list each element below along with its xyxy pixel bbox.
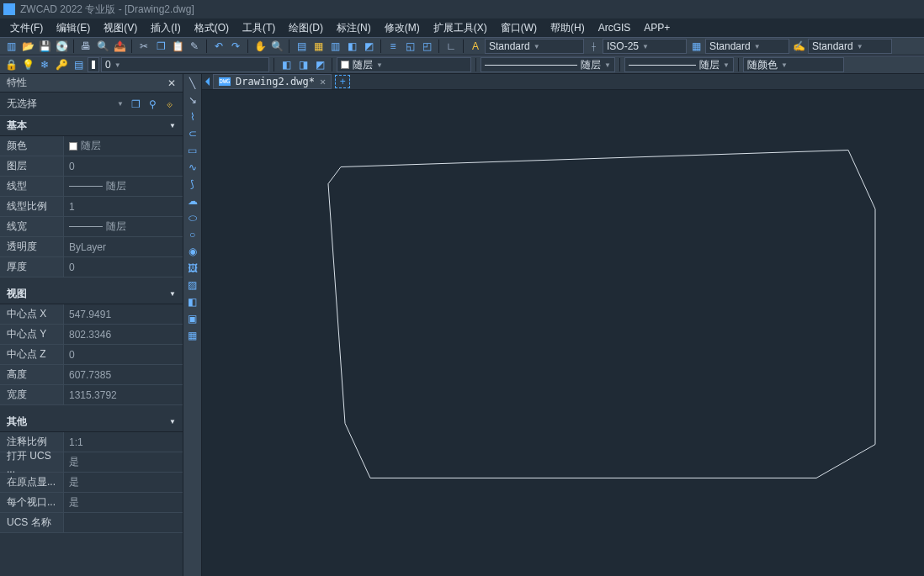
menu-item[interactable]: 修改(M) — [378, 19, 427, 37]
new-tab-button[interactable]: + — [335, 75, 350, 88]
mleader-style-combo[interactable]: Standard▼ — [808, 39, 892, 54]
polyline-icon[interactable]: ⌇ — [185, 109, 200, 124]
layer-state-icon[interactable]: ▤ — [71, 57, 86, 72]
lineweight-combo[interactable]: 随层▼ — [624, 57, 734, 72]
table-style-icon[interactable]: ▦ — [688, 39, 704, 54]
table-icon[interactable]: ▥ — [327, 39, 343, 54]
redo-icon[interactable]: ↷ — [228, 39, 243, 54]
property-row[interactable]: 图层0 — [0, 156, 183, 177]
text-style-icon[interactable]: A — [468, 39, 483, 54]
menu-item[interactable]: 插入(I) — [144, 19, 187, 37]
layer-iso-icon[interactable]: ◰ — [419, 39, 434, 54]
layer-prev-icon[interactable]: ◱ — [402, 39, 417, 54]
plotstyle-combo[interactable]: 随颜色▼ — [743, 57, 844, 72]
property-row[interactable]: 透明度ByLayer — [0, 237, 183, 257]
text-style-combo[interactable]: Standard▼ — [485, 39, 584, 54]
property-row[interactable]: 中心点 Z0 — [0, 345, 183, 365]
property-row[interactable]: 打开 UCS ...是 — [0, 452, 183, 473]
drawtool-icon[interactable]: ▤ — [294, 39, 309, 54]
property-value[interactable] — [64, 513, 183, 532]
copy-icon[interactable]: ❐ — [153, 39, 168, 54]
close-icon[interactable]: ✕ — [167, 77, 176, 89]
tool4-icon[interactable]: ◧ — [344, 39, 359, 54]
layer-match-icon[interactable]: ◧ — [279, 57, 294, 72]
key-icon[interactable]: 🔑 — [54, 57, 69, 72]
layer-mgr-icon[interactable]: ≡ — [385, 39, 401, 54]
table-draw-icon[interactable]: ▦ — [185, 328, 200, 343]
menu-item[interactable]: 文件(F) — [3, 19, 50, 37]
drawing-canvas[interactable] — [202, 90, 924, 576]
tool5-icon[interactable]: ◩ — [361, 39, 376, 54]
print-icon[interactable]: 🖶 — [78, 39, 93, 54]
line-icon[interactable]: ╲ — [185, 76, 200, 91]
menu-item[interactable]: ArcGIS — [592, 20, 638, 35]
zoom-icon[interactable]: 🔍 — [269, 39, 284, 54]
menu-item[interactable]: 帮助(H) — [544, 19, 592, 37]
property-value[interactable]: 随层 — [64, 136, 183, 156]
property-value[interactable]: ByLayer — [64, 237, 183, 256]
property-row[interactable]: 中心点 X547.9491 — [0, 304, 183, 325]
menu-item[interactable]: 视图(V) — [97, 19, 144, 37]
preview-icon[interactable]: 🔍 — [95, 39, 110, 54]
linetype-combo[interactable]: 随层▼ — [481, 57, 615, 72]
property-row[interactable]: 中心点 Y802.3346 — [0, 325, 183, 345]
open-icon[interactable]: 📂 — [20, 39, 35, 54]
block-icon[interactable]: ▦ — [311, 39, 326, 54]
select-objects-icon[interactable]: ❐ — [129, 98, 142, 111]
section-other-header[interactable]: 其他 ▼ — [0, 412, 183, 432]
property-value[interactable]: 是 — [64, 493, 183, 512]
selection-combo[interactable]: 无选择 ▼ — [7, 97, 124, 111]
property-value[interactable]: 0 — [64, 345, 183, 364]
gradient-icon[interactable]: ◧ — [185, 294, 200, 309]
property-value[interactable]: 1315.3792 — [64, 385, 183, 404]
document-tab[interactable]: DWG Drawing2.dwg* ✕ — [213, 74, 332, 89]
circle-icon[interactable]: ○ — [185, 227, 200, 242]
property-value[interactable]: 随层 — [64, 177, 183, 196]
new-icon[interactable]: ▥ — [3, 39, 19, 54]
property-value[interactable]: 是 — [64, 452, 183, 472]
color-combo[interactable]: 随层▼ — [337, 57, 471, 72]
donut-icon[interactable]: ◉ — [185, 244, 200, 259]
property-row[interactable]: 线型随层 — [0, 177, 183, 197]
property-row[interactable]: 线宽随层 — [0, 217, 183, 237]
dim-style-icon[interactable]: ⟊ — [586, 39, 601, 54]
pan-icon[interactable]: ✋ — [252, 39, 268, 54]
property-row[interactable]: 厚度0 — [0, 257, 183, 277]
mleader-style-icon[interactable]: ✍ — [791, 39, 806, 54]
property-value[interactable]: 607.7385 — [64, 365, 183, 384]
ray-icon[interactable]: ↘ — [185, 92, 200, 108]
property-value[interactable]: 802.3346 — [64, 325, 183, 344]
property-value[interactable]: 0 — [64, 257, 183, 277]
menu-item[interactable]: 编辑(E) — [50, 19, 97, 37]
rectangle-icon[interactable]: ▭ — [185, 143, 200, 158]
property-row[interactable]: UCS 名称 — [0, 513, 183, 533]
lock-icon[interactable]: 🔒 — [3, 57, 19, 72]
quick-select-icon[interactable]: ⚲ — [146, 98, 159, 111]
menu-item[interactable]: 窗口(W) — [494, 19, 544, 37]
revcloud-icon[interactable]: ☁ — [185, 193, 200, 209]
bulb-on-icon[interactable]: 💡 — [20, 57, 35, 72]
spline-icon[interactable]: ∿ — [185, 160, 200, 175]
ellipse-icon[interactable]: ⬭ — [185, 210, 200, 225]
property-value[interactable]: 是 — [64, 473, 183, 492]
property-value[interactable]: 547.9491 — [64, 304, 183, 324]
property-value[interactable]: 1:1 — [64, 432, 183, 452]
property-value[interactable]: 随层 — [64, 217, 183, 236]
table-style-combo[interactable]: Standard▼ — [705, 39, 789, 54]
curve-icon[interactable]: ⟆ — [185, 177, 200, 192]
paste-icon[interactable]: 📋 — [170, 39, 185, 54]
image-icon[interactable]: 🖼 — [185, 261, 200, 276]
menu-item[interactable]: 工具(T) — [236, 19, 282, 37]
ucs-icon[interactable]: ∟ — [443, 39, 459, 54]
menu-item[interactable]: 绘图(D) — [282, 19, 330, 37]
menu-item[interactable]: 扩展工具(X) — [427, 19, 494, 37]
menu-item[interactable]: APP+ — [637, 20, 677, 35]
undo-icon[interactable]: ↶ — [211, 39, 226, 54]
property-row[interactable]: 线型比例1 — [0, 197, 183, 217]
property-row[interactable]: 高度607.7385 — [0, 365, 183, 385]
pim-icon[interactable]: ⟐ — [162, 98, 176, 111]
arc-icon[interactable]: ⊂ — [185, 126, 200, 141]
dim-style-combo[interactable]: ISO-25▼ — [603, 39, 687, 54]
layer-color-swatch[interactable] — [88, 57, 99, 72]
property-value[interactable]: 1 — [64, 197, 183, 216]
